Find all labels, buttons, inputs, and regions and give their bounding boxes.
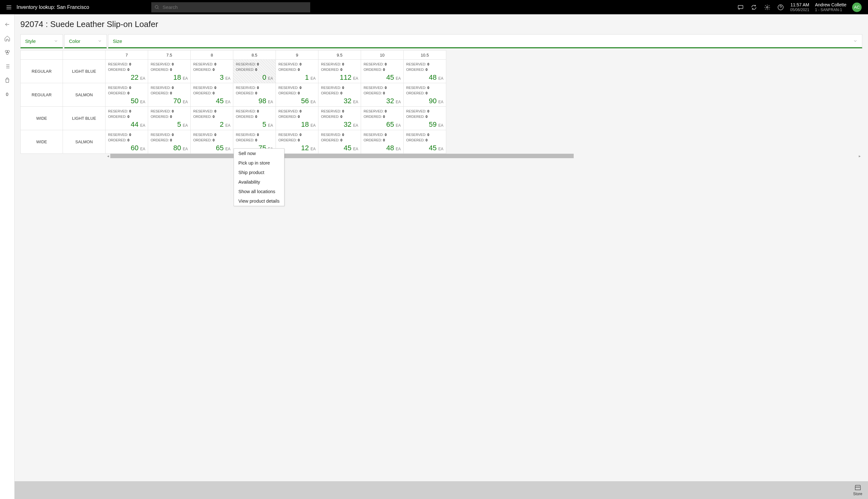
size-header[interactable]: 9.5 [319,50,361,60]
reserved-line: RESERVED: 0 [364,132,401,137]
inventory-cell[interactable]: RESERVED: 0ORDERED: 018 EA [148,60,191,83]
context-menu-item[interactable]: Sell now [234,149,284,158]
quantity: 70 EA [173,97,188,105]
ordered-line: ORDERED: 0 [236,67,273,72]
reserved-line: RESERVED: 0 [406,132,443,137]
color-tab[interactable]: Color [64,34,107,48]
ordered-line: ORDERED: 0 [151,90,188,96]
size-header[interactable]: 7.5 [148,50,191,60]
inventory-cell[interactable]: RESERVED: 0ORDERED: 05 EA [148,107,191,130]
reserved-line: RESERVED: 0 [278,109,316,114]
inventory-cell[interactable]: RESERVED: 0ORDERED: 03 EA [191,60,233,83]
size-header[interactable]: 8 [191,50,233,60]
context-menu-item[interactable]: Ship product [234,168,284,177]
quantity: 80 EA [173,144,188,152]
ordered-line: ORDERED: 0 [278,67,316,72]
inventory-cell[interactable]: RESERVED: 0ORDERED: 01 EA [276,60,319,83]
inventory-cell[interactable]: RESERVED: 0ORDERED: 032 EA [319,83,361,107]
inventory-cell[interactable]: RESERVED: 0ORDERED: 090 EA [404,83,446,107]
inventory-cell[interactable]: RESERVED: 0ORDERED: 032 EA [319,107,361,130]
ordered-line: ORDERED: 0 [364,90,401,96]
ordered-line: ORDERED: 0 [321,67,358,72]
search-box[interactable] [151,2,310,12]
quantity: 45 EA [344,144,358,152]
inventory-cell[interactable]: RESERVED: 0ORDERED: 070 EA [148,83,191,107]
reserved-line: RESERVED: 0 [278,132,316,137]
help-icon[interactable] [777,3,784,11]
size-header[interactable]: 7 [106,50,148,60]
scroll-right-arrow[interactable]: ► [857,154,862,158]
header-bar: Inventory lookup: San Francisco 11:57 AM… [0,0,868,14]
settings-icon[interactable] [763,3,771,11]
products-icon[interactable] [0,46,15,59]
quantity: 22 EA [131,73,145,82]
style-cell: REGULAR [20,60,63,83]
inventory-cell[interactable]: RESERVED: 0ORDERED: 056 EA [276,83,319,107]
avatar[interactable]: AC [852,2,861,12]
scroll-thumb[interactable] [110,154,574,158]
hamburger-icon [6,4,12,11]
inventory-cell[interactable]: RESERVED: 0ORDERED: 045 EA [361,60,404,83]
size-header[interactable]: 10 [361,50,404,60]
size-header[interactable]: 10.5 [404,50,446,60]
style-tab[interactable]: Style [20,34,63,48]
store-button[interactable]: Store [853,484,862,496]
inventory-cell[interactable]: RESERVED: 0ORDERED: 045 EA [191,83,233,107]
size-header[interactable]: 9 [276,50,319,60]
inventory-cell[interactable]: RESERVED: 0ORDERED: 022 EA [106,60,148,83]
color-header-blank [63,50,106,60]
color-cell: SALMON [63,83,106,107]
context-menu-item[interactable]: Show all locations [234,187,284,196]
style-header-blank [20,50,63,60]
basket-count[interactable]: 0 [0,87,15,101]
reserved-line: RESERVED: 0 [406,109,443,114]
inventory-cell[interactable]: RESERVED: 0ORDERED: 048 EA [361,130,404,154]
inventory-cell[interactable]: RESERVED: 0ORDERED: 045 EA [319,130,361,154]
ordered-line: ORDERED: 0 [193,67,230,72]
inventory-cell[interactable]: RESERVED: 0ORDERED: 059 EA [404,107,446,130]
quantity: 60 EA [131,144,145,152]
inventory-cell[interactable]: RESERVED: 0ORDERED: 060 EA [106,130,148,154]
reserved-line: RESERVED: 0 [236,62,273,67]
reserved-line: RESERVED: 0 [406,85,443,90]
inventory-cell[interactable]: RESERVED: 0ORDERED: 098 EA [233,83,276,107]
inventory-cell[interactable]: RESERVED: 0ORDERED: 080 EA [148,130,191,154]
inventory-cell[interactable]: RESERVED: 0ORDERED: 032 EA [361,83,404,107]
ordered-line: ORDERED: 0 [406,90,443,96]
inventory-cell[interactable]: RESERVED: 0ORDERED: 065 EA [191,130,233,154]
refresh-icon[interactable] [750,3,758,11]
inventory-cell[interactable]: RESERVED: 0ORDERED: 050 EA [106,83,148,107]
style-cell: WIDE [20,107,63,130]
list-icon[interactable] [0,59,15,73]
inventory-cell[interactable]: RESERVED: 0ORDERED: 048 EA [404,60,446,83]
ordered-line: ORDERED: 0 [406,137,443,143]
context-menu-item[interactable]: Availability [234,177,284,187]
inventory-cell[interactable]: RESERVED: 0ORDERED: 044 EA [106,107,148,130]
header-time: 11:57 AM [790,2,809,8]
scroll-left-arrow[interactable]: ◄ [106,154,110,158]
back-button[interactable] [0,17,15,32]
context-menu-item[interactable]: Pick up in store [234,158,284,168]
footer-bar: Store [15,481,868,499]
header-datetime: 11:57 AM 05/06/2021 [790,2,809,12]
context-menu-item[interactable]: View product details [234,196,284,206]
chat-icon[interactable] [737,3,744,11]
inventory-cell[interactable]: RESERVED: 0ORDERED: 02 EA [191,107,233,130]
dimension-tabs: Style Color Size [15,34,868,48]
size-header[interactable]: 8.5 [233,50,276,60]
reserved-line: RESERVED: 0 [193,62,230,67]
hamburger-menu-button[interactable] [2,0,15,14]
bag-icon[interactable] [0,73,15,87]
inventory-cell[interactable]: RESERVED: 0ORDERED: 018 EA [276,107,319,130]
inventory-cell[interactable]: RESERVED: 0ORDERED: 065 EA [361,107,404,130]
inventory-cell[interactable]: RESERVED: 0ORDERED: 00 EA [233,60,276,83]
inventory-cell[interactable]: RESERVED: 0ORDERED: 05 EA [233,107,276,130]
ordered-line: ORDERED: 0 [278,137,316,143]
home-icon[interactable] [0,32,15,46]
search-input[interactable] [162,4,307,10]
size-tab[interactable]: Size [108,34,862,48]
quantity: 45 EA [386,73,401,82]
inventory-cell[interactable]: RESERVED: 0ORDERED: 0112 EA [319,60,361,83]
inventory-cell[interactable]: RESERVED: 0ORDERED: 045 EA [404,130,446,154]
horizontal-scrollbar[interactable]: ◄ ► [106,154,862,158]
